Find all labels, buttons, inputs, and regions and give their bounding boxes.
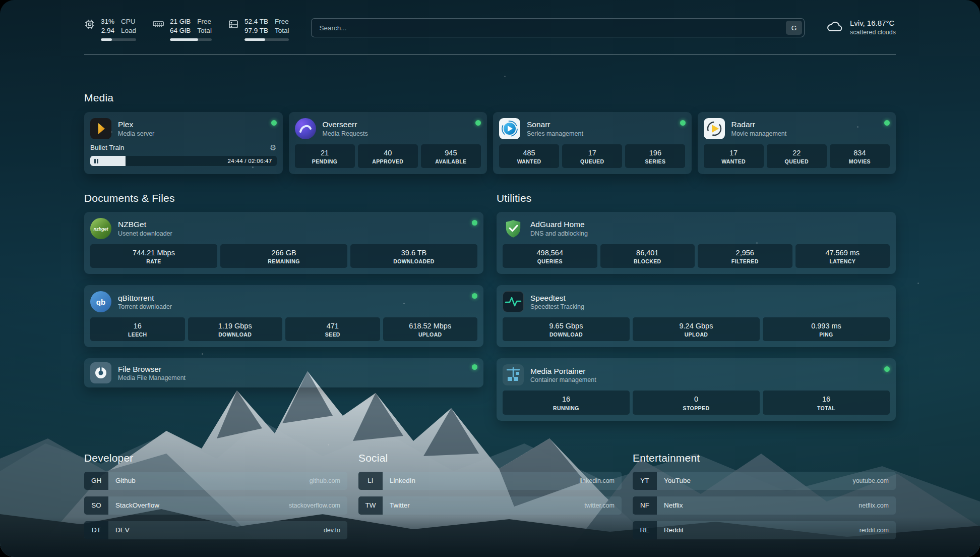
stat-downloaded: 39.6 TB DOWNLOADED [350, 244, 477, 268]
memory-label-1: Free [197, 17, 211, 26]
stat-value: 618.52 Mbps [385, 321, 476, 330]
docs-section-title: Documents & Files [84, 192, 483, 204]
social-section-title: Social [358, 452, 622, 464]
stat-label: RATE [92, 258, 215, 264]
google-search-button[interactable]: G [786, 21, 802, 35]
player-progress-fill [90, 156, 126, 166]
pause-icon[interactable] [94, 159, 98, 163]
bookmark-github[interactable]: GH Github github.com [84, 472, 347, 490]
disk-total: 97.9 TB [244, 26, 268, 35]
service-card-overseerr[interactable]: Overseerr Media Requests 21 PENDING 40 A… [289, 112, 487, 174]
stat-running: 16 RUNNING [503, 391, 630, 414]
service-subtitle: Media Requests [323, 130, 368, 138]
bookmark-twitter[interactable]: TW Twitter twitter.com [358, 496, 622, 515]
service-card-filebrowser[interactable]: File Browser Media File Management [84, 358, 483, 387]
bookmark-linkedin[interactable]: LI LinkedIn linkedin.com [358, 472, 622, 490]
weather-widget[interactable]: Lviv, 16.87°C scattered clouds [825, 18, 896, 37]
now-playing-title: Bullet Train [90, 144, 125, 151]
service-subtitle: Series management [527, 130, 583, 138]
bookmark-stackoverflow[interactable]: SO StackOverflow stackoverflow.com [84, 496, 347, 515]
cpu-percent: 31% [101, 17, 114, 26]
stat-label: SERIES [627, 158, 683, 164]
stat-pending: 21 PENDING [295, 144, 355, 168]
cpu-load: 2.94 [101, 26, 114, 35]
cpu-progress-fill [101, 38, 112, 41]
bookmark-abbr: LI [358, 472, 383, 490]
service-subtitle: Container management [530, 376, 596, 384]
service-name: AdGuard Home [530, 219, 588, 229]
disk-metric: 52.4 TB 97.9 TB Free Total [228, 17, 289, 41]
service-name: Overseerr [323, 120, 368, 129]
cpu-label-1: CPU [121, 17, 136, 26]
stat-label: SEED [287, 331, 378, 338]
stat-wanted: 485 WANTED [499, 144, 559, 168]
bookmark-name: Reddit [664, 526, 684, 534]
bookmark-abbr: NF [633, 496, 657, 515]
memory-free: 21 GiB [170, 17, 191, 26]
bookmark-name: LinkedIn [390, 477, 415, 484]
stat-filtered: 2,956 FILTERED [698, 244, 792, 268]
stat-label: LATENCY [798, 258, 888, 264]
stat-label: QUEUED [769, 158, 825, 164]
stat-leech: 16 LEECH [90, 317, 185, 341]
stat-label: QUERIES [505, 258, 595, 264]
stat-value: 9.65 Gbps [505, 321, 628, 330]
bookmark-youtube[interactable]: YT YouTube youtube.com [633, 472, 896, 490]
service-card-adguard[interactable]: AdGuard Home DNS and adblocking 498,564 … [497, 212, 896, 274]
stat-value: 2,956 [700, 248, 790, 257]
service-name: Radarr [731, 120, 787, 129]
stat-movies: 834 MOVIES [830, 144, 890, 168]
top-bar: 31% 2.94 CPU Load [84, 0, 896, 41]
disk-progress-fill [244, 38, 265, 41]
disk-free: 52.4 TB [244, 17, 268, 26]
search-input[interactable] [311, 18, 805, 37]
service-card-nzbget[interactable]: nzbget NZBGet Usenet downloader 744.21 M… [84, 212, 483, 274]
service-card-radarr[interactable]: Radarr Movie management 17 WANTED 22 QUE… [698, 112, 896, 174]
stat-label: DOWNLOADED [352, 258, 475, 264]
service-subtitle: Movie management [731, 130, 787, 138]
stat-value: 0.993 ms [765, 321, 888, 330]
service-card-plex[interactable]: Plex Media server Bullet Train ⚙ 24:44 [84, 112, 283, 174]
cpu-metric: 31% 2.94 CPU Load [84, 17, 136, 41]
bookmark-url: reddit.com [860, 527, 889, 534]
service-subtitle: DNS and adblocking [530, 230, 588, 238]
cloud-icon [825, 19, 844, 35]
stat-wanted: 17 WANTED [704, 144, 764, 168]
system-metrics: 31% 2.94 CPU Load [84, 17, 289, 41]
stat-available: 945 AVAILABLE [421, 144, 481, 168]
stat-value: 744.21 Mbps [92, 248, 215, 257]
media-section-title: Media [84, 92, 896, 104]
settings-gear-icon[interactable]: ⚙ [270, 144, 276, 151]
bookmark-url: youtube.com [852, 477, 889, 484]
stat-label: WANTED [706, 158, 762, 164]
stat-series: 196 SERIES [625, 144, 685, 168]
stat-label: STOPPED [635, 405, 758, 411]
stat-label: QUEUED [564, 158, 620, 164]
bookmark-url: twitter.com [584, 502, 615, 509]
stat-value: 16 [765, 395, 888, 404]
memory-icon [152, 19, 164, 35]
bookmark-name: Netflix [664, 502, 683, 509]
bookmark-abbr: SO [84, 496, 108, 515]
stat-total: 16 TOTAL [763, 391, 890, 414]
memory-total: 64 GiB [170, 26, 191, 35]
service-name: Media Portainer [530, 366, 596, 376]
stat-value: 485 [501, 148, 557, 157]
qbittorrent-logo-text: qb [96, 298, 105, 306]
plex-player-bar[interactable]: 24:44 / 02:06:47 [90, 156, 277, 166]
service-card-qbittorrent[interactable]: qb qBittorrent Torrent downloader 16 LEE… [84, 285, 483, 347]
service-card-sonarr[interactable]: Sonarr Series management 485 WANTED 17 Q… [493, 112, 692, 174]
bookmark-reddit[interactable]: RE Reddit reddit.com [633, 521, 896, 539]
stat-queued: 17 QUEUED [562, 144, 622, 168]
bookmark-dev[interactable]: DT DEV dev.to [84, 521, 347, 539]
bookmark-netflix[interactable]: NF Netflix netflix.com [633, 496, 896, 515]
section-documents-files: Documents & Files nzbget NZBGet Usenet d… [84, 192, 483, 420]
service-card-speedtest[interactable]: Speedtest Speedtest Tracking 9.65 Gbps D… [497, 285, 896, 347]
stat-download: 9.65 Gbps DOWNLOAD [503, 317, 630, 341]
section-entertainment: Entertainment YT YouTube youtube.com NF … [633, 452, 896, 539]
memory-metric: 21 GiB 64 GiB Free Total [152, 17, 212, 41]
stat-latency: 47.569 ms LATENCY [795, 244, 890, 268]
service-card-portainer[interactable]: Media Portainer Container management 16 … [497, 358, 896, 420]
stat-value: 16 [92, 321, 183, 330]
bookmark-name: Twitter [390, 502, 410, 509]
